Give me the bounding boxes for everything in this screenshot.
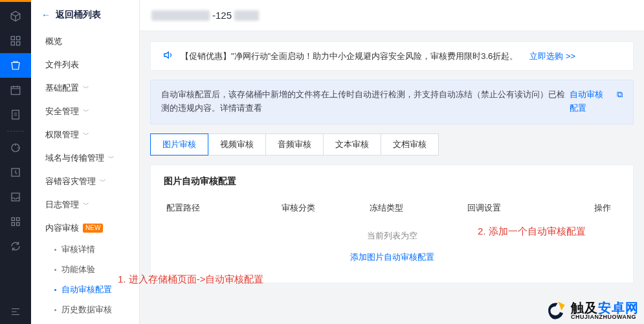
rail-spin-icon[interactable]	[0, 135, 31, 160]
rail-doc-icon[interactable]	[0, 102, 31, 127]
sub-audit-policy[interactable]: 审核策略	[31, 320, 139, 324]
col-freeze: 冻结类型	[370, 203, 467, 214]
promo-link[interactable]: 立即选购 >>	[529, 51, 575, 62]
notice-banner: 自动审核配置后，该存储桶中新增的文件将在上传时自动进行检测，并支持自动冻结（禁止…	[150, 80, 634, 124]
tab-image[interactable]: 图片审核	[150, 133, 208, 156]
col-path: 配置路径	[166, 203, 282, 214]
bucket-suffix-redacted	[234, 10, 259, 21]
svg-rect-11	[12, 223, 15, 226]
icon-rail	[0, 0, 31, 324]
rail-cube-icon[interactable]	[0, 4, 31, 29]
col-action: 操作	[555, 203, 617, 214]
back-label: 返回桶列表	[56, 9, 101, 21]
chevron-down-icon: ﹀	[100, 177, 106, 186]
nav-log[interactable]: 日志管理﹀	[31, 193, 139, 216]
sub-feature-trial[interactable]: 功能体验	[31, 260, 139, 280]
promo-text: 【促销优惠】"净网行动"全面启动！助力中小企规避内容安全风险，审核费用限时3.6…	[181, 51, 518, 62]
rail-inbox-icon[interactable]	[0, 185, 31, 209]
bucket-name-redacted	[151, 10, 210, 21]
external-link-icon: ⧉	[617, 88, 623, 102]
empty-state: 当前列表为空	[164, 218, 620, 248]
col-category: 审核分类	[282, 203, 370, 214]
sub-history-audit[interactable]: 历史数据审核	[31, 300, 139, 320]
watermark-logo-icon	[545, 299, 567, 321]
speaker-icon	[162, 50, 173, 62]
chevron-down-icon: ﹀	[83, 84, 89, 93]
chevron-down-icon: ﹀	[83, 130, 89, 139]
chevron-down-icon: ﹀	[83, 200, 89, 209]
svg-rect-3	[17, 42, 20, 45]
nav-filelist[interactable]: 文件列表	[31, 53, 139, 76]
new-badge: NEW	[83, 224, 103, 233]
tab-video[interactable]: 视频审核	[208, 133, 266, 156]
svg-rect-4	[11, 87, 20, 95]
config-panel: 图片自动审核配置 配置路径 审核分类 冻结类型 回调设置 操作 当前列表为空 添…	[150, 165, 634, 283]
rail-divider	[7, 131, 24, 132]
watermark-pinyin: CHUJIANZHUOWANG	[571, 314, 639, 320]
back-to-bucket-list[interactable]: ← 返回桶列表	[31, 6, 139, 30]
nav-security[interactable]: 安全管理﹀	[31, 100, 139, 123]
tab-text[interactable]: 文本审核	[323, 133, 381, 156]
main-area: -125 【促销优惠】"净网行动"全面启动！助力中小企规避内容安全风险，审核费用…	[140, 0, 644, 324]
svg-rect-12	[17, 223, 20, 226]
promo-banner: 【促销优惠】"净网行动"全面启动！助力中小企规避内容安全风险，审核费用限时3.6…	[150, 41, 634, 71]
tab-doc[interactable]: 文档审核	[381, 133, 439, 156]
tab-audio[interactable]: 音频审核	[265, 133, 324, 156]
svg-rect-5	[12, 110, 19, 119]
rail-clock-icon[interactable]	[0, 160, 31, 185]
sub-auto-audit-config[interactable]: 自动审核配置	[31, 280, 139, 300]
add-config-link[interactable]: 添加图片自动审核配置	[350, 253, 434, 262]
rail-grid-icon[interactable]	[0, 29, 31, 53]
table-header: 配置路径 审核分类 冻结类型 回调设置 操作	[164, 199, 620, 218]
chevron-down-icon: ﹀	[83, 107, 89, 116]
svg-rect-8	[12, 193, 19, 201]
svg-rect-0	[11, 36, 14, 40]
nav-domain-transfer[interactable]: 域名与传输管理﹀	[31, 146, 139, 170]
arrow-left-icon: ←	[41, 10, 50, 20]
nav-content-audit[interactable]: 内容审核 NEW	[31, 216, 139, 240]
notice-link[interactable]: 自动审核配置	[570, 88, 610, 116]
audit-type-tabs: 图片审核 视频审核 音频审核 文本审核 文档审核	[150, 133, 634, 156]
rail-refresh-icon[interactable]	[0, 234, 31, 259]
col-callback: 回调设置	[467, 203, 556, 214]
svg-rect-2	[11, 42, 14, 45]
notice-text: 自动审核配置后，该存储桶中新增的文件将在上传时自动进行检测，并支持自动冻结（禁止…	[161, 88, 566, 116]
sidebar: ← 返回桶列表 概览 文件列表 基础配置﹀ 安全管理﹀ 权限管理﹀ 域名与传输管…	[31, 0, 140, 324]
svg-marker-13	[558, 301, 564, 310]
rail-apps-icon[interactable]	[0, 209, 31, 234]
rail-bucket-icon[interactable]	[0, 53, 31, 78]
chevron-down-icon: ﹀	[108, 154, 115, 163]
watermark: 触及安卓网 CHUJIANZHUOWANG	[545, 299, 639, 321]
svg-rect-10	[17, 218, 20, 221]
nav-permission[interactable]: 权限管理﹀	[31, 123, 139, 146]
rail-calendar-icon[interactable]	[0, 78, 31, 102]
nav-basic-config[interactable]: 基础配置﹀	[31, 76, 139, 100]
nav-fault-tolerance[interactable]: 容错容灾管理﹀	[31, 170, 139, 193]
title-bar: -125	[140, 0, 644, 31]
panel-title: 图片自动审核配置	[164, 176, 620, 187]
nav-overview[interactable]: 概览	[31, 30, 139, 53]
bucket-id-fragment: -125	[212, 10, 232, 21]
sub-audit-detail[interactable]: 审核详情	[31, 240, 139, 260]
rail-expand-icon[interactable]	[0, 299, 31, 324]
watermark-cn: 触及安卓网	[571, 301, 639, 314]
svg-rect-1	[17, 36, 20, 40]
svg-rect-9	[12, 218, 15, 221]
